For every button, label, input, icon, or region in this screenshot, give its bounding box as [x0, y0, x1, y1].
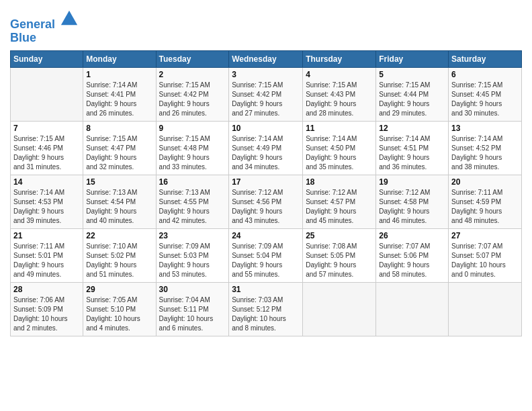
- calendar-week-row: 14Sunrise: 7:14 AM Sunset: 4:53 PM Dayli…: [11, 175, 522, 228]
- day-number: 4: [306, 70, 373, 79]
- calendar-cell: 11Sunrise: 7:14 AM Sunset: 4:50 PM Dayli…: [303, 121, 376, 175]
- calendar-cell: 10Sunrise: 7:14 AM Sunset: 4:49 PM Dayli…: [229, 121, 303, 175]
- logo-icon: [60, 9, 79, 28]
- calendar-cell: [11, 67, 83, 121]
- calendar-week-row: 21Sunrise: 7:11 AM Sunset: 5:01 PM Dayli…: [11, 228, 522, 282]
- calendar-cell: 8Sunrise: 7:15 AM Sunset: 4:47 PM Daylig…: [83, 121, 156, 175]
- day-info: Sunrise: 7:10 AM Sunset: 5:02 PM Dayligh…: [86, 242, 152, 279]
- day-info: Sunrise: 7:14 AM Sunset: 4:51 PM Dayligh…: [379, 134, 445, 172]
- calendar-cell: 5Sunrise: 7:15 AM Sunset: 4:44 PM Daylig…: [376, 67, 449, 121]
- day-number: 5: [379, 70, 445, 79]
- calendar-cell: 16Sunrise: 7:13 AM Sunset: 4:55 PM Dayli…: [156, 175, 229, 228]
- day-info: Sunrise: 7:04 AM Sunset: 5:11 PM Dayligh…: [159, 295, 226, 333]
- logo: General Blue: [10, 9, 79, 45]
- day-info: Sunrise: 7:12 AM Sunset: 4:58 PM Dayligh…: [379, 188, 445, 226]
- calendar-cell: 13Sunrise: 7:14 AM Sunset: 4:52 PM Dayli…: [449, 121, 522, 175]
- day-info: Sunrise: 7:14 AM Sunset: 4:52 PM Dayligh…: [451, 134, 519, 172]
- calendar-cell: 17Sunrise: 7:12 AM Sunset: 4:56 PM Dayli…: [229, 175, 303, 228]
- day-number: 7: [13, 124, 80, 133]
- logo-general: General: [10, 17, 55, 31]
- calendar-cell: 14Sunrise: 7:14 AM Sunset: 4:53 PM Dayli…: [11, 175, 83, 228]
- calendar-cell: 2Sunrise: 7:15 AM Sunset: 4:42 PM Daylig…: [156, 67, 229, 121]
- calendar-week-row: 7Sunrise: 7:15 AM Sunset: 4:46 PM Daylig…: [11, 121, 522, 175]
- day-number: 2: [159, 70, 226, 79]
- day-info: Sunrise: 7:06 AM Sunset: 5:09 PM Dayligh…: [13, 295, 80, 333]
- calendar-cell: 12Sunrise: 7:14 AM Sunset: 4:51 PM Dayli…: [376, 121, 449, 175]
- calendar-week-row: 1Sunrise: 7:14 AM Sunset: 4:41 PM Daylig…: [11, 67, 522, 121]
- calendar-cell: 19Sunrise: 7:12 AM Sunset: 4:58 PM Dayli…: [376, 175, 449, 228]
- day-info: Sunrise: 7:13 AM Sunset: 4:54 PM Dayligh…: [86, 188, 152, 226]
- day-number: 22: [86, 231, 152, 240]
- weekday-header: Monday: [83, 50, 156, 67]
- weekday-header: Tuesday: [156, 50, 229, 67]
- calendar-cell: 22Sunrise: 7:10 AM Sunset: 5:02 PM Dayli…: [83, 228, 156, 282]
- day-number: 15: [86, 177, 152, 187]
- calendar-week-row: 28Sunrise: 7:06 AM Sunset: 5:09 PM Dayli…: [11, 282, 522, 336]
- day-info: Sunrise: 7:07 AM Sunset: 5:07 PM Dayligh…: [451, 242, 519, 279]
- day-number: 17: [232, 177, 300, 187]
- day-info: Sunrise: 7:15 AM Sunset: 4:42 PM Dayligh…: [232, 81, 300, 118]
- weekday-header: Wednesday: [229, 50, 303, 67]
- day-number: 10: [232, 124, 300, 133]
- calendar-table: SundayMondayTuesdayWednesdayThursdayFrid…: [10, 50, 522, 336]
- day-info: Sunrise: 7:14 AM Sunset: 4:49 PM Dayligh…: [232, 134, 300, 172]
- calendar-header: General Blue: [10, 7, 522, 45]
- day-number: 12: [379, 124, 445, 133]
- day-info: Sunrise: 7:12 AM Sunset: 4:56 PM Dayligh…: [232, 188, 300, 226]
- day-number: 19: [379, 177, 445, 187]
- calendar-cell: 3Sunrise: 7:15 AM Sunset: 4:42 PM Daylig…: [229, 67, 303, 121]
- calendar-cell: 28Sunrise: 7:06 AM Sunset: 5:09 PM Dayli…: [11, 282, 83, 336]
- day-info: Sunrise: 7:15 AM Sunset: 4:43 PM Dayligh…: [306, 81, 373, 118]
- weekday-header: Friday: [376, 50, 449, 67]
- day-info: Sunrise: 7:09 AM Sunset: 5:04 PM Dayligh…: [232, 242, 300, 279]
- calendar-cell: 18Sunrise: 7:12 AM Sunset: 4:57 PM Dayli…: [303, 175, 376, 228]
- day-number: 28: [13, 285, 80, 294]
- day-info: Sunrise: 7:03 AM Sunset: 5:12 PM Dayligh…: [232, 295, 300, 333]
- calendar-cell: 6Sunrise: 7:15 AM Sunset: 4:45 PM Daylig…: [449, 67, 522, 121]
- day-number: 29: [86, 285, 152, 294]
- day-info: Sunrise: 7:09 AM Sunset: 5:03 PM Dayligh…: [159, 242, 226, 279]
- day-number: 21: [13, 231, 80, 240]
- logo-blue: Blue: [10, 31, 36, 44]
- day-number: 8: [86, 124, 152, 133]
- day-info: Sunrise: 7:15 AM Sunset: 4:44 PM Dayligh…: [379, 81, 445, 118]
- calendar-thead: SundayMondayTuesdayWednesdayThursdayFrid…: [11, 50, 522, 67]
- calendar-cell: 27Sunrise: 7:07 AM Sunset: 5:07 PM Dayli…: [449, 228, 522, 282]
- calendar-cell: [376, 282, 449, 336]
- day-info: Sunrise: 7:13 AM Sunset: 4:55 PM Dayligh…: [159, 188, 226, 226]
- calendar-cell: 9Sunrise: 7:15 AM Sunset: 4:48 PM Daylig…: [156, 121, 229, 175]
- calendar-cell: 21Sunrise: 7:11 AM Sunset: 5:01 PM Dayli…: [11, 228, 83, 282]
- day-number: 3: [232, 70, 300, 79]
- day-number: 16: [159, 177, 226, 187]
- day-info: Sunrise: 7:07 AM Sunset: 5:06 PM Dayligh…: [379, 242, 445, 279]
- calendar-container: General Blue SundayMondayTuesdayWednesda…: [0, 0, 532, 343]
- day-number: 11: [306, 124, 373, 133]
- calendar-cell: 29Sunrise: 7:05 AM Sunset: 5:10 PM Dayli…: [83, 282, 156, 336]
- calendar-cell: 7Sunrise: 7:15 AM Sunset: 4:46 PM Daylig…: [11, 121, 83, 175]
- calendar-cell: 20Sunrise: 7:11 AM Sunset: 4:59 PM Dayli…: [449, 175, 522, 228]
- day-info: Sunrise: 7:15 AM Sunset: 4:48 PM Dayligh…: [159, 134, 226, 172]
- day-number: 27: [451, 231, 519, 240]
- weekday-header: Saturday: [449, 50, 522, 67]
- day-info: Sunrise: 7:14 AM Sunset: 4:53 PM Dayligh…: [13, 188, 80, 226]
- calendar-cell: 26Sunrise: 7:07 AM Sunset: 5:06 PM Dayli…: [376, 228, 449, 282]
- calendar-cell: 4Sunrise: 7:15 AM Sunset: 4:43 PM Daylig…: [303, 67, 376, 121]
- day-info: Sunrise: 7:14 AM Sunset: 4:41 PM Dayligh…: [86, 81, 152, 118]
- calendar-cell: 24Sunrise: 7:09 AM Sunset: 5:04 PM Dayli…: [229, 228, 303, 282]
- day-info: Sunrise: 7:11 AM Sunset: 4:59 PM Dayligh…: [451, 188, 519, 226]
- calendar-cell: [303, 282, 376, 336]
- day-number: 20: [451, 177, 519, 187]
- day-info: Sunrise: 7:14 AM Sunset: 4:50 PM Dayligh…: [306, 134, 373, 172]
- day-info: Sunrise: 7:05 AM Sunset: 5:10 PM Dayligh…: [86, 295, 152, 333]
- calendar-cell: 25Sunrise: 7:08 AM Sunset: 5:05 PM Dayli…: [303, 228, 376, 282]
- svg-marker-0: [61, 11, 77, 25]
- day-info: Sunrise: 7:11 AM Sunset: 5:01 PM Dayligh…: [13, 242, 80, 279]
- day-number: 30: [159, 285, 226, 294]
- day-number: 18: [306, 177, 373, 187]
- day-number: 6: [451, 70, 519, 79]
- day-info: Sunrise: 7:08 AM Sunset: 5:05 PM Dayligh…: [306, 242, 373, 279]
- header-row: SundayMondayTuesdayWednesdayThursdayFrid…: [11, 50, 522, 67]
- day-number: 1: [86, 70, 152, 79]
- weekday-header: Sunday: [11, 50, 83, 67]
- calendar-cell: [449, 282, 522, 336]
